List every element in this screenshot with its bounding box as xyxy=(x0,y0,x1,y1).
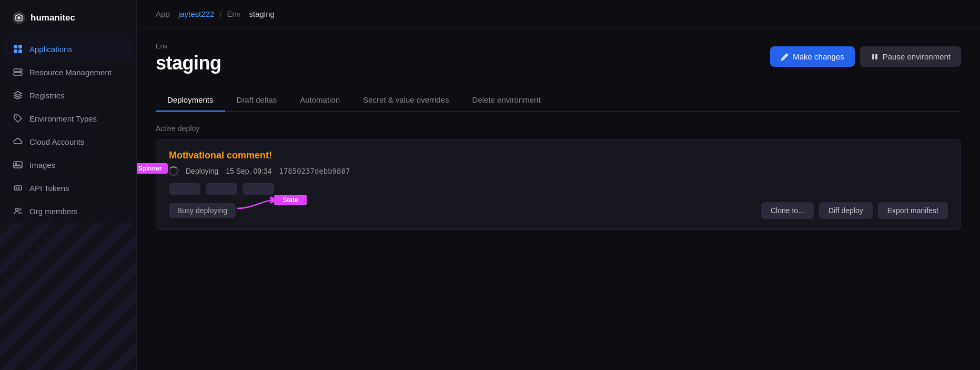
svg-text:State: State xyxy=(282,196,298,204)
state-arrow-svg: State xyxy=(232,194,316,220)
tag-icon xyxy=(13,113,23,124)
tabs-bar: Deployments Draft deltas Automation Secr… xyxy=(156,90,961,112)
sidebar: humanitec Applications xyxy=(0,0,137,370)
sidebar-item-label: Images xyxy=(29,161,55,169)
sidebar-item-org-members[interactable]: Org members xyxy=(5,200,131,222)
active-deploy-section-label: Active deploy xyxy=(156,124,961,133)
token-icon xyxy=(13,183,23,193)
deploy-spinner xyxy=(169,166,178,176)
clone-to-button[interactable]: Clone to... xyxy=(761,202,814,219)
sidebar-item-applications[interactable]: Applications xyxy=(5,38,131,60)
env-title-block: Env staging xyxy=(156,42,221,74)
sidebar-item-label: Resource Management xyxy=(29,68,112,77)
deploy-date: 15 Sep, 09:34 xyxy=(226,167,271,175)
grid-icon xyxy=(13,44,23,54)
svg-rect-3 xyxy=(14,49,17,53)
svg-rect-12 xyxy=(14,186,22,190)
page-header: Env staging Make changes Pause envi xyxy=(156,42,961,74)
svg-point-16 xyxy=(16,208,18,211)
breadcrumb-app-label: App xyxy=(156,9,170,18)
svg-rect-5 xyxy=(14,69,22,72)
export-manifest-button[interactable]: Export manifest xyxy=(878,202,948,219)
sidebar-item-label: API Tokens xyxy=(29,184,69,193)
sidebar-item-cloud-accounts[interactable]: Cloud Accounts xyxy=(5,131,131,153)
pencil-icon xyxy=(781,53,789,61)
svg-rect-22 xyxy=(274,195,307,205)
breadcrumb: App jaytest222 / Env staging xyxy=(137,0,980,27)
svg-rect-20 xyxy=(137,163,168,174)
deploy-card-title: Motivational comment! xyxy=(169,150,948,161)
svg-rect-2 xyxy=(18,45,22,48)
module-badge xyxy=(206,183,237,195)
sidebar-nav: Applications Resource Management xyxy=(0,38,136,222)
svg-point-7 xyxy=(20,70,21,71)
brand-logo: humanitec xyxy=(0,0,136,38)
sidebar-item-registries[interactable]: Registries xyxy=(5,84,131,106)
sidebar-item-label: Org members xyxy=(29,207,78,216)
make-changes-button[interactable]: Make changes xyxy=(770,46,855,67)
svg-point-17 xyxy=(19,208,21,211)
layers-icon xyxy=(13,90,23,101)
sidebar-item-api-tokens[interactable]: API Tokens xyxy=(5,177,131,199)
tab-draft-deltas[interactable]: Draft deltas xyxy=(225,90,289,112)
svg-rect-18 xyxy=(872,54,874,59)
sidebar-item-resource-management[interactable]: Resource Management xyxy=(5,61,131,83)
deploy-state-badge: Busy deploying xyxy=(169,203,236,218)
svg-text:Spinner: Spinner xyxy=(138,165,162,172)
svg-rect-15 xyxy=(18,188,19,189)
page-header-actions: Make changes Pause environment xyxy=(770,46,961,67)
breadcrumb-env-label: Env xyxy=(227,9,240,18)
server-icon xyxy=(13,67,23,77)
tab-delete-environment[interactable]: Delete environment xyxy=(461,90,552,112)
svg-point-0 xyxy=(17,16,21,19)
deploy-card: Motivational comment! Deploying 15 Sep, … xyxy=(156,139,961,230)
deploy-meta-row: Deploying 15 Sep, 09:34 17850237debb9887 xyxy=(169,166,350,181)
make-changes-label: Make changes xyxy=(793,52,844,61)
brand-name: humanitec xyxy=(31,13,75,23)
spinner-arrow-svg: Spinner xyxy=(137,163,164,189)
env-label: Env xyxy=(156,42,221,50)
diff-deploy-button[interactable]: Diff deploy xyxy=(819,202,873,219)
tab-secret-value-overrides[interactable]: Secret & value overrides xyxy=(351,90,460,112)
cloud-icon xyxy=(13,136,23,147)
people-icon xyxy=(13,206,23,216)
svg-rect-4 xyxy=(18,49,22,53)
tab-deployments[interactable]: Deployments xyxy=(156,90,225,112)
module-badge xyxy=(169,183,200,195)
deploy-hash: 17850237debb9887 xyxy=(279,167,350,175)
sidebar-item-label: Applications xyxy=(29,45,72,54)
main-content: App jaytest222 / Env staging Env staging… xyxy=(137,0,980,370)
svg-rect-14 xyxy=(18,187,20,188)
tab-automation[interactable]: Automation xyxy=(288,90,351,112)
sidebar-item-label: Cloud Accounts xyxy=(29,137,84,146)
svg-rect-6 xyxy=(14,73,22,75)
svg-point-8 xyxy=(20,74,21,75)
module-badge xyxy=(243,183,274,195)
pause-environment-button[interactable]: Pause environment xyxy=(860,46,961,67)
deploy-modules xyxy=(169,183,948,195)
deploy-card-meta: Deploying 15 Sep, 09:34 17850237debb9887 xyxy=(169,166,350,176)
breadcrumb-env-name: staging xyxy=(249,9,274,18)
sidebar-item-label: Environment Types xyxy=(29,114,97,123)
sidebar-item-label: Registries xyxy=(29,91,65,100)
image-icon xyxy=(13,159,23,170)
deploy-card-footer: Busy deploying State Clone xyxy=(169,202,948,219)
svg-rect-1 xyxy=(14,45,17,48)
pause-environment-label: Pause environment xyxy=(883,52,951,61)
sidebar-decoration xyxy=(0,223,136,370)
page-content: Env staging Make changes Pause envi xyxy=(137,27,980,370)
deploy-actions: Clone to... Diff deploy Export manifest xyxy=(761,202,948,219)
sidebar-item-environment-types[interactable]: Environment Types xyxy=(5,107,131,129)
deploy-state-block: Busy deploying State xyxy=(169,203,236,218)
pause-icon xyxy=(871,53,879,61)
breadcrumb-app-name[interactable]: jaytest222 xyxy=(178,9,214,18)
svg-point-13 xyxy=(16,187,17,189)
svg-point-9 xyxy=(16,116,17,117)
humanitec-logo-icon xyxy=(12,11,26,25)
sidebar-item-images[interactable]: Images xyxy=(5,154,131,176)
breadcrumb-separator: / xyxy=(219,9,221,18)
env-name: staging xyxy=(156,52,221,74)
svg-rect-19 xyxy=(875,54,877,59)
deploy-status: Deploying xyxy=(186,167,218,175)
